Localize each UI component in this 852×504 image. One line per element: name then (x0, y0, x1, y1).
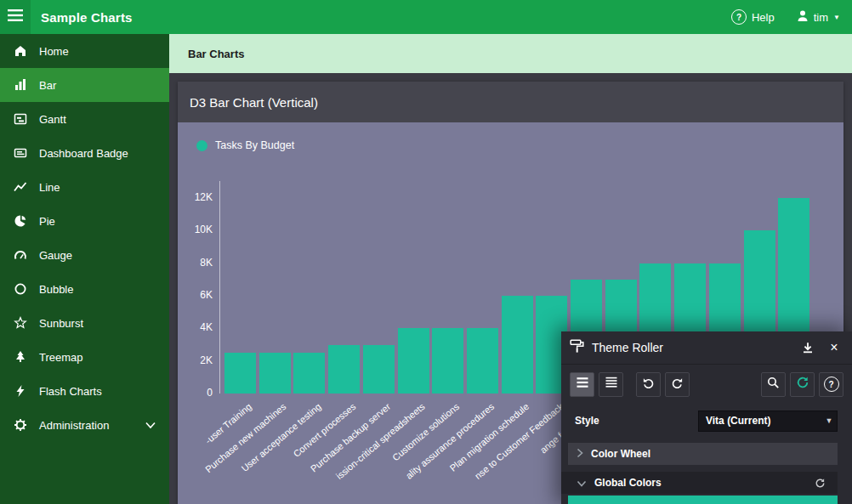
chevron-down-icon: ▼ (821, 416, 837, 425)
sidebar-item-sunburst[interactable]: Sunburst (0, 306, 169, 340)
sidebar-item-home[interactable]: Home (0, 34, 169, 68)
y-axis-tick-label: 6K (182, 289, 213, 301)
pie-chart-icon (14, 214, 39, 228)
breadcrumb-title: Bar Charts (188, 48, 244, 60)
bar[interactable] (293, 353, 325, 394)
bar[interactable] (224, 353, 256, 394)
bar[interactable] (259, 353, 291, 394)
close-icon[interactable]: × (825, 338, 843, 357)
sidebar-item-dashboard-badge[interactable]: Dashboard Badge (0, 136, 169, 170)
refresh-icon (796, 376, 809, 393)
sidebar-item-gauge[interactable]: Gauge (0, 238, 169, 272)
search-button[interactable] (761, 372, 786, 397)
sidebar-item-pie[interactable]: Pie (0, 204, 169, 238)
sidebar-item-label: Bubble (39, 283, 73, 296)
bubble-chart-icon (14, 282, 39, 296)
redo-button[interactable] (665, 372, 690, 397)
reset-colors-icon[interactable] (810, 473, 829, 492)
flash-bolt-icon (14, 384, 39, 398)
chevron-down-icon (577, 475, 587, 490)
sidebar-item-bar[interactable]: Bar (0, 68, 169, 102)
sidebar-item-label: Sunburst (39, 317, 83, 330)
style-select-value: Vita (Current) (699, 415, 821, 427)
style-select[interactable]: Vita (Current) ▼ (698, 411, 838, 432)
sidebar-item-label: Dashboard Badge (39, 147, 128, 160)
list-compact-icon (577, 376, 588, 393)
sidebar-item-label: Gauge (39, 249, 72, 262)
detailed-view-button[interactable] (599, 372, 623, 397)
legend[interactable]: Tasks By Budget (196, 139, 294, 151)
bar[interactable] (398, 328, 429, 394)
theme-roller-header[interactable]: Theme Roller × (561, 331, 852, 365)
paint-roller-icon (570, 339, 584, 356)
question-icon: ? (824, 377, 839, 392)
y-axis-tick-label: 12K (182, 191, 213, 203)
sidebar-item-label: Treemap (39, 351, 83, 364)
redo-icon (671, 377, 684, 393)
chevron-down-icon (145, 422, 156, 429)
sidebar-item-label: Pie (39, 215, 55, 228)
x-axis-label: Convert processes (291, 401, 357, 459)
y-axis-tick-label: 0 (182, 387, 213, 399)
chart-panel-title: D3 Bar Chart (Vertical) (190, 95, 318, 110)
theme-roller-toolbar: ? (561, 365, 852, 404)
home-icon (14, 44, 39, 58)
chevron-right-icon (577, 446, 583, 462)
bar[interactable] (467, 328, 498, 394)
sidebar-item-label: Line (39, 181, 60, 194)
bar[interactable] (363, 345, 395, 394)
badge-card-icon (14, 146, 39, 160)
bar[interactable] (328, 345, 360, 394)
user-menu-button[interactable]: tim ▼ (797, 9, 840, 25)
sunburst-star-icon (14, 316, 39, 330)
sidebar-item-administration[interactable]: Administration (0, 408, 169, 442)
list-detailed-icon (605, 376, 617, 393)
sidebar-item-label: Gantt (39, 113, 66, 126)
app-title: Sample Charts (41, 10, 133, 25)
y-axis-line (219, 181, 220, 394)
help-button[interactable]: ? Help (731, 9, 775, 25)
breadcrumb: Bar Charts (169, 34, 852, 73)
undo-icon (642, 377, 655, 393)
gear-icon (14, 418, 39, 432)
tree-icon (14, 350, 39, 364)
y-axis-tick-label: 8K (182, 257, 213, 269)
theme-roller-panel: Theme Roller × ? Style (561, 331, 852, 504)
undo-button[interactable] (636, 372, 661, 397)
style-label: Style (575, 415, 599, 427)
section-global-colors[interactable]: Global Colors (561, 472, 838, 494)
sidebar-item-label: Home (39, 45, 69, 58)
sidebar-item-label: Flash Charts (39, 385, 102, 398)
y-axis-tick-label: 10K (182, 224, 213, 235)
y-axis-tick-label: 4K (182, 321, 213, 333)
chart-panel-header: D3 Bar Chart (Vertical) (178, 82, 843, 122)
hamburger-menu-button[interactable] (0, 0, 31, 34)
sidebar-item-treemap[interactable]: Treemap (0, 340, 169, 374)
legend-marker (196, 140, 207, 151)
help-icon: ? (731, 9, 747, 25)
legend-label: Tasks By Budget (215, 139, 294, 151)
sidebar-item-flash-charts[interactable]: Flash Charts (0, 374, 169, 408)
theme-roller-title: Theme Roller (592, 341, 663, 354)
sidebar-item-label: Administration (39, 419, 109, 432)
compact-view-button[interactable] (570, 372, 594, 397)
sidebar-item-line[interactable]: Line (0, 170, 169, 204)
section-color-wheel[interactable]: Color Wheel (568, 443, 838, 465)
download-icon[interactable] (798, 338, 817, 357)
section-label: Global Colors (594, 477, 662, 489)
section-label: Color Wheel (591, 448, 650, 460)
user-icon (797, 9, 809, 25)
sidebar-item-label: Bar (39, 79, 56, 92)
refresh-theme-button[interactable] (790, 372, 815, 397)
user-name: tim (814, 11, 828, 24)
sidebar-item-gantt[interactable]: Gantt (0, 102, 169, 136)
color-swatch-strip[interactable] (568, 496, 838, 504)
hamburger-icon (8, 8, 23, 25)
theme-roller-help-button[interactable]: ? (819, 372, 843, 397)
bar[interactable] (432, 328, 463, 394)
line-chart-icon (14, 180, 39, 194)
top-bar: Sample Charts ? Help tim ▼ (0, 0, 852, 34)
style-row: Style Vita (Current) ▼ (561, 404, 852, 438)
sidebar-item-bubble[interactable]: Bubble (0, 272, 169, 306)
bar[interactable] (502, 296, 533, 394)
